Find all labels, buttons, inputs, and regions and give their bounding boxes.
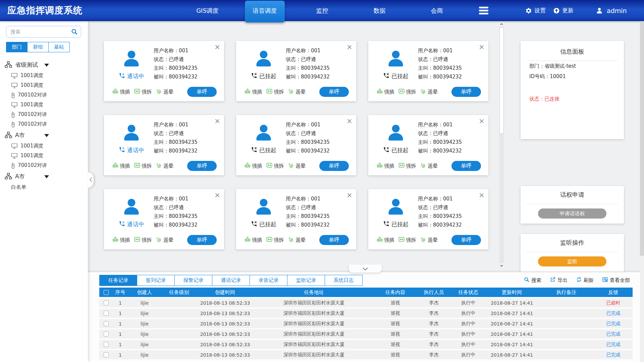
toolbar-搜索[interactable]: 搜索 — [524, 277, 541, 284]
single-call-button[interactable]: 单呼 — [451, 87, 481, 97]
nav-item-3[interactable]: 数据 — [351, 0, 408, 21]
row-checkbox[interactable] — [104, 342, 109, 347]
nav-item-1[interactable]: 语音调度 — [236, 0, 293, 21]
scroll-down-arrow-icon[interactable] — [499, 263, 504, 268]
close-icon[interactable] — [479, 119, 484, 124]
close-icon[interactable] — [215, 45, 220, 50]
teardown-button[interactable]: 强拆 — [266, 88, 284, 95]
tree-parent-item[interactable]: A市 — [0, 129, 86, 141]
stun-button[interactable]: 遥晕 — [420, 88, 438, 96]
toolbar-刷新[interactable]: 刷新 — [576, 277, 594, 284]
stun-button[interactable]: 遥晕 — [420, 163, 438, 170]
teardown-button[interactable]: 强拆 — [398, 163, 416, 169]
tree-item[interactable]: 1001调度 — [0, 71, 86, 80]
cards-scrollbar-thumb[interactable] — [499, 27, 504, 134]
toolbar-查看全部[interactable]: 查看全部 — [602, 277, 630, 284]
single-call-button[interactable]: 单呼 — [319, 161, 349, 171]
scroll-up-arrow-icon[interactable] — [499, 21, 504, 26]
nav-item-0[interactable]: GIS调度 — [179, 0, 236, 21]
teardown-button[interactable]: 强拆 — [134, 163, 152, 169]
caret-down-icon[interactable] — [44, 134, 49, 137]
single-call-button[interactable]: 单呼 — [319, 87, 349, 97]
stun-button[interactable]: 遥晕 — [288, 88, 306, 96]
tree-item[interactable]: 1001调度 — [0, 100, 86, 110]
cell-feedback[interactable]: 已完成 — [594, 331, 633, 337]
insert-button[interactable]: 强插 — [245, 237, 262, 243]
close-icon[interactable] — [479, 45, 484, 50]
caret-down-icon[interactable] — [44, 64, 49, 67]
bottom-panel-expand-handle[interactable] — [349, 264, 382, 273]
record-tab-2[interactable]: 报警记录 — [174, 275, 212, 286]
cell-feedback[interactable]: 已超时 — [594, 300, 633, 306]
record-tab-4[interactable]: 录音记录 — [250, 275, 287, 286]
close-icon[interactable] — [215, 193, 220, 198]
record-tab-5[interactable]: 监听记录 — [287, 275, 325, 286]
nav-item-4[interactable]: 会商 — [408, 0, 466, 21]
cell-feedback[interactable]: 已完成 — [594, 342, 633, 348]
row-checkbox[interactable] — [104, 331, 109, 337]
tree-item[interactable]: 700102对讲 — [0, 119, 86, 129]
record-tab-1[interactable]: 签到记录 — [137, 275, 175, 286]
sidebar-tab-1[interactable]: 群组 — [27, 42, 49, 52]
close-icon[interactable] — [347, 193, 352, 198]
record-tab-6[interactable]: 系统日志 — [325, 275, 363, 286]
record-tab-3[interactable]: 通话记录 — [212, 275, 250, 286]
insert-button[interactable]: 强插 — [377, 237, 394, 243]
insert-button[interactable]: 强插 — [112, 237, 130, 243]
tree-item[interactable]: 1001调度 — [0, 80, 86, 90]
single-call-button[interactable]: 单呼 — [451, 161, 481, 171]
stun-button[interactable]: 遥晕 — [288, 237, 306, 244]
cell-feedback[interactable]: 已完成 — [594, 321, 633, 327]
close-icon[interactable] — [347, 119, 352, 124]
tree-item[interactable]: 白名单 — [0, 182, 86, 192]
user-menu[interactable]: admin — [596, 0, 627, 21]
row-checkbox[interactable] — [104, 352, 109, 357]
search-input[interactable] — [10, 26, 69, 37]
tree-item[interactable]: 700102对讲 — [0, 90, 86, 100]
close-icon[interactable] — [347, 45, 352, 50]
sidebar-collapse-handle[interactable] — [88, 172, 94, 188]
single-call-button[interactable]: 单呼 — [187, 235, 217, 245]
insert-button[interactable]: 强插 — [377, 163, 394, 169]
row-checkbox[interactable] — [104, 300, 109, 305]
hamburger-menu-icon[interactable] — [479, 7, 488, 15]
insert-button[interactable]: 强插 — [377, 88, 394, 95]
toolbar-导出[interactable]: 导出 — [550, 277, 568, 284]
close-icon[interactable] — [479, 193, 484, 198]
insert-button[interactable]: 强插 — [112, 88, 130, 95]
tree-item[interactable]: 700102对讲 — [0, 110, 86, 119]
settings-button[interactable]: 设置 — [525, 0, 546, 21]
teardown-button[interactable]: 强拆 — [134, 237, 152, 243]
tree-item[interactable]: 1001调度 — [0, 141, 86, 151]
cell-feedback[interactable]: 已完成 — [594, 310, 633, 316]
row-checkbox[interactable] — [104, 311, 109, 316]
row-checkbox[interactable] — [104, 321, 109, 326]
teardown-button[interactable]: 强拆 — [398, 237, 416, 243]
stun-button[interactable]: 遥晕 — [420, 237, 438, 244]
stun-button[interactable]: 遥晕 — [156, 88, 173, 96]
tree-item[interactable]: 1001调度 — [0, 151, 86, 161]
apply-talk-right-button[interactable]: 申请话语权 — [538, 208, 606, 219]
stun-button[interactable]: 遥晕 — [156, 163, 173, 170]
teardown-button[interactable]: 强拆 — [134, 88, 152, 95]
single-call-button[interactable]: 单呼 — [187, 161, 217, 171]
sidebar-tab-0[interactable]: 部门 — [6, 42, 28, 52]
sidebar-tab-2[interactable]: 基站 — [48, 42, 70, 52]
tree-parent-item[interactable]: A市 — [0, 170, 86, 182]
single-call-button[interactable]: 单呼 — [451, 235, 481, 245]
update-button[interactable]: 更新 — [553, 0, 574, 21]
close-icon[interactable] — [215, 119, 220, 124]
stun-button[interactable]: 遥晕 — [288, 163, 306, 170]
tree-item[interactable]: 700102对讲 — [0, 161, 86, 170]
cell-feedback[interactable]: 已完成 — [594, 352, 633, 358]
caret-down-icon[interactable] — [44, 175, 49, 178]
single-call-button[interactable]: 单呼 — [187, 87, 217, 97]
record-tab-0[interactable]: 任务记录 — [99, 275, 137, 286]
teardown-button[interactable]: 强拆 — [266, 163, 284, 169]
tree-parent-item[interactable]: 省级测试 — [0, 59, 86, 71]
insert-button[interactable]: 强插 — [112, 163, 130, 169]
search-icon[interactable] — [71, 28, 78, 37]
nav-item-2[interactable]: 监控 — [293, 0, 351, 21]
page-scrollbar-thumb[interactable] — [640, 21, 644, 256]
insert-button[interactable]: 强插 — [245, 163, 262, 169]
